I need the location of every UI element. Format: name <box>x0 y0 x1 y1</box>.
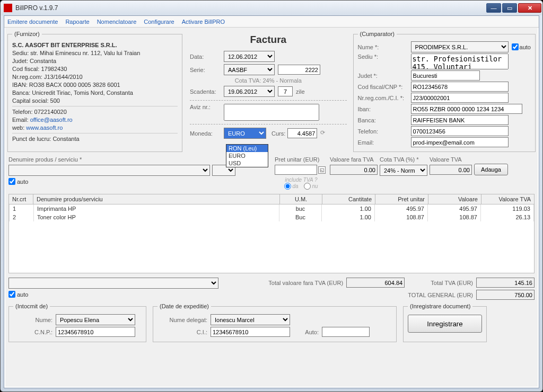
furnizor-nrreg: Nr.reg.com: J13/1644/2010 <box>12 74 178 80</box>
moneda-option-euro[interactable]: EURO <box>226 152 268 159</box>
minimize-button[interactable]: — <box>486 3 501 13</box>
furnizor-email-row: Email: office@aasoft.ro <box>12 117 178 123</box>
cump-iban-input[interactable] <box>411 104 522 114</box>
denumire-select[interactable] <box>8 165 210 176</box>
lbl-total-fara: Total valoare fara TVA (EUR) <box>268 280 343 286</box>
lbl-cump-cf: Cod fiscal/CNP *: <box>358 84 411 90</box>
lbl-cump-iban: Iban: <box>358 106 411 112</box>
lbl-cump-telefon: Telefon: <box>358 128 411 135</box>
col-um[interactable]: U.M. <box>280 194 322 204</box>
col-pret[interactable]: Pret unitar <box>375 194 428 204</box>
cump-telefon-input[interactable] <box>411 126 509 136</box>
titlebar[interactable]: BillPRO v.1.9.7 — ▭ ✕ <box>1 1 542 15</box>
zile-input[interactable] <box>278 86 293 96</box>
cump-banca-input[interactable] <box>411 115 509 125</box>
expeditie-legend: (Date de expeditie) <box>157 303 211 309</box>
adauga-button[interactable]: Adauga <box>474 164 508 175</box>
serie-select[interactable]: AASBF <box>224 64 275 75</box>
include-tva-nu-radio[interactable] <box>304 183 311 190</box>
cota-select[interactable]: 24% - Norm <box>380 165 427 176</box>
intocmit-legend: (Intocmit de) <box>13 303 50 309</box>
furnizor-banca: Banca: Unicredit Tiriac, Tomis Nord, Con… <box>12 90 178 96</box>
app-window: BillPRO v.1.9.7 — ▭ ✕ Emitere documente … <box>0 0 543 392</box>
pret-unitar-input[interactable] <box>275 165 317 175</box>
below-select[interactable] <box>8 278 218 289</box>
lbl-cump-email: Email: <box>358 139 411 146</box>
moneda-dropdown-list[interactable]: RON (Leu) EURO USD <box>226 144 268 167</box>
data-select[interactable]: 12.06.2012 <box>224 51 275 62</box>
intocmit-group: (Intocmit de) Nume: Popescu Elena C.N.P.… <box>8 303 146 342</box>
moneda-option-usd[interactable]: USD <box>226 159 268 167</box>
furnizor-web-link[interactable]: www.aasoft.ro <box>26 124 63 131</box>
product-entry-row: Denumire produs / serviciu * auto UM Pre… <box>4 156 539 191</box>
below-auto-checkbox[interactable] <box>8 291 15 298</box>
cumparator-group: (Cumparator) Nume *: PRODIMPEX S.R.L. au… <box>353 31 536 152</box>
include-tva-hint: include TVA ? da nu <box>275 177 328 191</box>
aviz-input[interactable] <box>224 104 319 121</box>
cump-judet-input[interactable] <box>411 70 480 81</box>
denumire-auto-checkbox[interactable] <box>8 178 15 185</box>
curs-input[interactable] <box>287 128 317 138</box>
lbl-cump-nrreg: Nr.reg.com./C.I. *: <box>358 95 411 101</box>
zile-label: zile <box>296 88 305 95</box>
cump-email-input[interactable] <box>411 137 509 147</box>
moneda-option-ron[interactable]: RON (Leu) <box>226 145 268 152</box>
col-cantitate[interactable]: Cantitate <box>322 194 375 204</box>
inregistrare-button[interactable]: Inregistrare <box>408 315 482 333</box>
close-button[interactable]: ✕ <box>518 3 541 13</box>
factura-column: Factura Data: 12.06.2012 Serie: AASBF Co… <box>186 29 350 154</box>
menu-activare[interactable]: Activare BillPRO <box>182 19 225 25</box>
cump-sediu-input[interactable] <box>411 54 509 69</box>
total-fara-input <box>346 278 405 288</box>
col-valoare-tva[interactable]: Valoare TVA <box>481 194 535 204</box>
furnizor-email-link[interactable]: office@aasoft.ro <box>30 117 73 123</box>
lbl-pret-unitar: Pret unitar (EUR) <box>275 156 328 164</box>
auto-exp-input[interactable] <box>322 327 370 337</box>
pret-popup-icon[interactable]: ◱ <box>318 166 326 174</box>
table-row[interactable]: 2Toner color HPBuc1.00108.87108.8726.13 <box>10 213 534 221</box>
furnizor-judet: Judet: Constanta <box>12 58 178 64</box>
delegat-select[interactable]: Ionescu Marcel <box>211 314 290 325</box>
lbl-denumire: Denumire produs / serviciu * <box>8 156 210 164</box>
moneda-select[interactable]: EURO <box>224 128 266 139</box>
app-icon <box>4 4 12 12</box>
lbl-scadenta: Scadenta: <box>190 88 224 95</box>
furnizor-iban: IBAN: RO38 BACX 0000 0005 3828 6001 <box>12 82 178 88</box>
scadenta-select[interactable]: 19.06.2012 <box>224 86 275 97</box>
include-tva-da-radio[interactable] <box>284 183 291 190</box>
lbl-aviz: Aviz nr.: <box>190 104 224 110</box>
table-row[interactable]: 1Imprimanta HPbuc1.00495.97495.97119.03 <box>10 204 534 213</box>
intocmit-cnp-input[interactable] <box>56 327 135 337</box>
lbl-intocmit-nume: Nume: <box>13 317 56 323</box>
col-denumire[interactable]: Denumire produs/serviciu <box>33 194 280 204</box>
numar-input[interactable] <box>278 65 320 75</box>
menu-emitere[interactable]: Emitere documente <box>7 19 58 25</box>
menubar: Emitere documente Rapoarte Nomenclatoare… <box>4 16 539 28</box>
lbl-val-tva: Valoare TVA <box>430 156 472 164</box>
menu-nomenclatoare[interactable]: Nomenclatoare <box>97 19 137 25</box>
cump-cf-input[interactable] <box>411 82 509 92</box>
menu-rapoarte[interactable]: Rapoarte <box>65 19 89 25</box>
ci-input[interactable] <box>211 327 290 337</box>
col-nrcrt[interactable]: Nr.crt <box>9 194 33 204</box>
cump-auto-checkbox[interactable] <box>512 43 519 50</box>
below-grid-row: auto Total valoare fara TVA (EUR) Total … <box>4 277 539 301</box>
client-area: Emitere documente Rapoarte Nomenclatoare… <box>4 15 539 388</box>
maximize-button[interactable]: ▭ <box>502 3 517 13</box>
lbl-cump-judet: Judet *: <box>358 73 411 79</box>
menu-configurare[interactable]: Configurare <box>144 19 174 25</box>
factura-title: Factura <box>190 34 347 46</box>
col-valoare[interactable]: Valoare <box>428 194 481 204</box>
expeditie-group: (Date de expeditie) Nume delegat: Ionesc… <box>153 303 397 342</box>
lbl-cota: Cota TVA (%) * <box>380 156 427 164</box>
furnizor-capital: Capital social: 500 <box>12 97 178 104</box>
cump-nrreg-input[interactable] <box>411 93 509 103</box>
total-general-input <box>476 290 535 300</box>
furnizor-punct: Punct de lucru: Constanta <box>12 136 178 142</box>
cump-nume-select[interactable]: PRODIMPEX S.R.L. <box>411 41 509 52</box>
val-tva-input <box>430 165 472 175</box>
lbl-total-general: TOTAL GENERAL (EUR) <box>408 292 473 298</box>
refresh-curs-icon[interactable]: ⟳ <box>320 129 329 138</box>
lbl-auto-exp: Auto: <box>290 329 322 335</box>
intocmit-nume-select[interactable]: Popescu Elena <box>56 314 135 325</box>
